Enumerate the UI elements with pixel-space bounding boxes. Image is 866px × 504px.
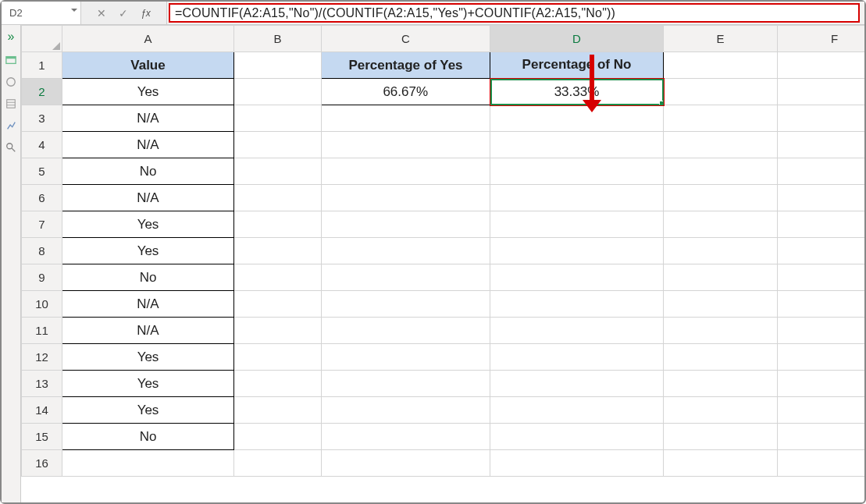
cell[interactable]: [490, 450, 664, 477]
cell[interactable]: Yes: [62, 211, 234, 238]
col-header-A[interactable]: A: [62, 26, 234, 52]
cell[interactable]: N/A: [62, 291, 234, 318]
row-header[interactable]: 10: [22, 291, 62, 318]
cell[interactable]: [490, 371, 664, 397]
cell[interactable]: [490, 424, 664, 450]
cell[interactable]: [490, 238, 664, 264]
cell[interactable]: [778, 105, 865, 132]
cell[interactable]: [62, 450, 234, 477]
cell[interactable]: [664, 158, 778, 185]
cell[interactable]: [322, 291, 490, 318]
row-header[interactable]: 1: [22, 52, 62, 79]
cell[interactable]: [322, 450, 490, 477]
cell[interactable]: Yes: [62, 238, 234, 264]
name-box-dropdown-icon[interactable]: [71, 9, 77, 12]
cell[interactable]: [778, 52, 865, 79]
expand-ribbon-icon[interactable]: »: [8, 30, 15, 44]
row-header[interactable]: 8: [22, 238, 62, 264]
row-header[interactable]: 3: [22, 105, 62, 132]
cell[interactable]: [234, 264, 322, 291]
col-header-C[interactable]: C: [322, 26, 490, 52]
formula-input[interactable]: =COUNTIF(A2:A15,"No")/(COUNTIF(A2:A15,"Y…: [169, 3, 860, 23]
row-header[interactable]: 9: [22, 264, 62, 291]
fx-icon[interactable]: ƒx: [141, 8, 151, 19]
cell[interactable]: [778, 318, 865, 344]
cell[interactable]: [234, 344, 322, 371]
cell[interactable]: [322, 397, 490, 424]
row-header[interactable]: 2: [22, 79, 62, 105]
cell[interactable]: [234, 132, 322, 158]
cell[interactable]: [490, 105, 664, 132]
cell[interactable]: [322, 371, 490, 397]
cell-D1-header[interactable]: Percentage of No: [490, 52, 664, 79]
name-box[interactable]: D2: [2, 2, 81, 24]
cell[interactable]: [778, 344, 865, 371]
spreadsheet-grid[interactable]: A B C D E F 1ValuePercentage of YesPerce…: [21, 25, 864, 502]
cell[interactable]: [664, 211, 778, 238]
cell[interactable]: [778, 371, 865, 397]
col-header-B[interactable]: B: [234, 26, 322, 52]
col-header-E[interactable]: E: [664, 26, 778, 52]
cell[interactable]: [234, 185, 322, 211]
cell[interactable]: [490, 158, 664, 185]
cell[interactable]: [664, 238, 778, 264]
row-header[interactable]: 6: [22, 185, 62, 211]
cell[interactable]: [490, 291, 664, 318]
cell[interactable]: [778, 424, 865, 450]
cell[interactable]: [664, 52, 778, 79]
cancel-icon[interactable]: ✕: [97, 7, 106, 20]
row-header[interactable]: 15: [22, 424, 62, 450]
cell[interactable]: [664, 371, 778, 397]
cell[interactable]: Yes: [62, 397, 234, 424]
sidebar-icon-5[interactable]: [5, 142, 16, 153]
row-header[interactable]: 14: [22, 397, 62, 424]
cell[interactable]: [234, 371, 322, 397]
cell[interactable]: [322, 185, 490, 211]
cell[interactable]: [322, 344, 490, 371]
cell[interactable]: [664, 344, 778, 371]
cell-A1-header[interactable]: Value: [62, 52, 234, 79]
cell[interactable]: [234, 52, 322, 79]
cell[interactable]: [778, 238, 865, 264]
sidebar-icon-1[interactable]: [5, 55, 16, 66]
cell[interactable]: [664, 450, 778, 477]
cell[interactable]: [778, 185, 865, 211]
cell[interactable]: [322, 238, 490, 264]
cell[interactable]: [490, 264, 664, 291]
row-header[interactable]: 7: [22, 211, 62, 238]
sidebar-icon-4[interactable]: [5, 120, 16, 131]
cell[interactable]: [322, 211, 490, 238]
cell[interactable]: [778, 79, 865, 105]
cell[interactable]: [778, 450, 865, 477]
cell[interactable]: [778, 158, 865, 185]
cell[interactable]: [234, 158, 322, 185]
cell[interactable]: [664, 424, 778, 450]
cell[interactable]: [664, 185, 778, 211]
cell[interactable]: [234, 79, 322, 105]
row-header[interactable]: 4: [22, 132, 62, 158]
cell[interactable]: [778, 264, 865, 291]
cell[interactable]: [490, 318, 664, 344]
row-header[interactable]: 13: [22, 371, 62, 397]
cell[interactable]: [322, 318, 490, 344]
cell[interactable]: [664, 79, 778, 105]
cell[interactable]: N/A: [62, 185, 234, 211]
cell[interactable]: [234, 238, 322, 264]
cell[interactable]: [664, 318, 778, 344]
cell[interactable]: [778, 397, 865, 424]
col-header-D[interactable]: D: [490, 26, 664, 52]
select-all-corner[interactable]: [22, 26, 62, 52]
sidebar-icon-3[interactable]: [5, 98, 16, 109]
cell[interactable]: N/A: [62, 105, 234, 132]
cell[interactable]: [490, 185, 664, 211]
cell[interactable]: [234, 211, 322, 238]
row-header[interactable]: 12: [22, 344, 62, 371]
cell[interactable]: [664, 291, 778, 318]
cell-C1-header[interactable]: Percentage of Yes: [322, 52, 490, 79]
cell[interactable]: [234, 424, 322, 450]
cell[interactable]: [490, 211, 664, 238]
col-header-F[interactable]: F: [778, 26, 865, 52]
cell-C2[interactable]: 66.67%: [322, 79, 490, 105]
cell[interactable]: N/A: [62, 318, 234, 344]
cell[interactable]: [778, 291, 865, 318]
